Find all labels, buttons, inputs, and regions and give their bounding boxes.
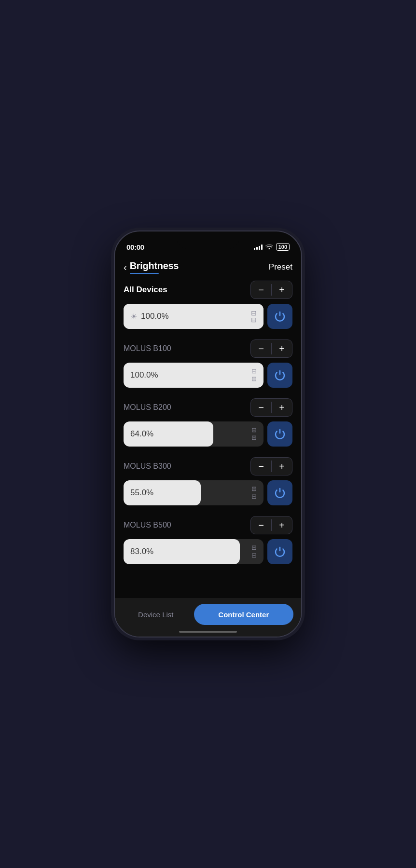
device-adjust-icon-3: ⊟⊟: [251, 544, 257, 559]
device-power-icon-2: [274, 487, 286, 499]
device-slider-track-1[interactable]: 64.0% ⊟⊟: [124, 421, 263, 447]
device-inc-button-0[interactable]: +: [272, 340, 292, 357]
sun-icon: ☀: [130, 312, 137, 321]
battery-level: 100: [278, 244, 287, 250]
all-devices-inc-button[interactable]: +: [272, 281, 292, 298]
device-name-0: MOLUS B100: [124, 344, 171, 353]
device-name-2: MOLUS B300: [124, 462, 171, 471]
device-dec-button-0[interactable]: −: [251, 340, 271, 357]
device-section-1: MOLUS B200 − + 64.0% ⊟⊟: [124, 398, 292, 447]
home-indicator: [179, 631, 237, 633]
device-adjust-icon-1: ⊟⊟: [251, 426, 257, 441]
device-header-0: MOLUS B100 − +: [124, 339, 292, 358]
header-row: ‹ Brightness Preset: [124, 256, 292, 281]
device-slider-row-3: 83.0% ⊟⊟: [124, 539, 292, 564]
device-value-1: 64.0%: [130, 429, 153, 439]
preset-button[interactable]: Preset: [269, 262, 292, 272]
all-devices-slider-row: ☀ 100.0% ⊟⊟: [124, 304, 292, 329]
device-header-3: MOLUS B500 − +: [124, 516, 292, 534]
device-inc-dec-2: − +: [250, 457, 292, 475]
back-button[interactable]: ‹ Brightness: [124, 260, 179, 274]
device-slider-row-0: 100.0% ⊟⊟: [124, 363, 292, 388]
device-power-button-2[interactable]: [267, 480, 292, 505]
status-icons: 100: [254, 243, 290, 251]
device-name-1: MOLUS B200: [124, 403, 171, 412]
device-inc-button-3[interactable]: +: [272, 516, 292, 534]
device-header-1: MOLUS B200 − +: [124, 398, 292, 417]
device-power-icon-0: [274, 369, 286, 381]
device-inc-button-2[interactable]: +: [272, 458, 292, 475]
device-power-icon-1: [274, 428, 286, 440]
device-section-3: MOLUS B500 − + 83.0% ⊟⊟: [124, 516, 292, 564]
device-slider-content-2: 55.0% ⊟⊟: [124, 485, 263, 500]
title-wrapper: Brightness: [130, 260, 179, 274]
device-section-2: MOLUS B300 − + 55.0% ⊟⊟: [124, 457, 292, 505]
all-devices-header: All Devices − +: [124, 281, 292, 299]
device-section-0: MOLUS B100 − + 100.0% ⊟⊟: [124, 339, 292, 388]
device-power-button-0[interactable]: [267, 363, 292, 388]
device-inc-button-1[interactable]: +: [272, 399, 292, 416]
power-icon: [274, 311, 286, 322]
device-inc-dec-0: − +: [250, 339, 292, 358]
status-time: 00:00: [126, 243, 144, 251]
device-slider-track-2[interactable]: 55.0% ⊟⊟: [124, 480, 263, 505]
device-slider-row-2: 55.0% ⊟⊟: [124, 480, 292, 505]
screen-content: ‹ Brightness Preset All Devices − +: [115, 256, 301, 598]
device-slider-content-1: 64.0% ⊟⊟: [124, 426, 263, 441]
device-name-3: MOLUS B500: [124, 521, 171, 529]
back-chevron-icon: ‹: [124, 262, 127, 273]
device-dec-button-1[interactable]: −: [251, 399, 271, 416]
device-value-0: 100.0%: [130, 370, 158, 380]
all-devices-slider-track[interactable]: ☀ 100.0% ⊟⊟: [124, 304, 263, 329]
device-list-button[interactable]: Device List: [123, 604, 189, 625]
control-center-button[interactable]: Control Center: [194, 604, 293, 625]
devices-container: MOLUS B100 − + 100.0% ⊟⊟: [124, 339, 292, 564]
all-devices-inc-dec: − +: [250, 281, 292, 299]
all-devices-value: 100.0%: [141, 312, 169, 321]
battery-icon: 100: [276, 243, 290, 251]
device-inc-dec-1: − +: [250, 398, 292, 417]
all-devices-power-button[interactable]: [267, 304, 292, 329]
device-slider-content-0: 100.0% ⊟⊟: [124, 367, 263, 382]
phone-shell: 00:00 100 ‹: [114, 231, 302, 637]
device-dec-button-2[interactable]: −: [251, 458, 271, 475]
device-header-2: MOLUS B300 − +: [124, 457, 292, 475]
wifi-icon: [265, 244, 273, 251]
title-underline: [130, 273, 159, 274]
device-slider-content-3: 83.0% ⊟⊟: [124, 544, 263, 559]
all-devices-label: All Devices: [124, 285, 167, 295]
device-slider-row-1: 64.0% ⊟⊟: [124, 421, 292, 447]
device-adjust-icon-2: ⊟⊟: [251, 485, 257, 500]
device-inc-dec-3: − +: [250, 516, 292, 534]
device-value-3: 83.0%: [130, 547, 153, 556]
device-power-button-1[interactable]: [267, 421, 292, 447]
all-devices-section: All Devices − + ☀ 100.0% ⊟⊟: [124, 281, 292, 329]
device-power-icon-3: [274, 546, 286, 557]
page-title: Brightness: [130, 260, 179, 271]
device-power-button-3[interactable]: [267, 539, 292, 564]
device-slider-track-3[interactable]: 83.0% ⊟⊟: [124, 539, 263, 564]
status-bar: 00:00 100: [115, 231, 301, 256]
all-devices-value-row: ☀ 100.0%: [130, 312, 169, 321]
device-dec-button-3[interactable]: −: [251, 516, 271, 534]
device-slider-track-0[interactable]: 100.0% ⊟⊟: [124, 363, 263, 388]
all-devices-dec-button[interactable]: −: [251, 281, 271, 298]
all-devices-slider-content: ☀ 100.0% ⊟⊟: [124, 310, 263, 323]
device-value-2: 55.0%: [130, 488, 153, 498]
signal-bars-icon: [254, 244, 263, 250]
device-adjust-icon-0: ⊟⊟: [251, 367, 257, 382]
adjust-icon: ⊟⊟: [251, 310, 257, 323]
